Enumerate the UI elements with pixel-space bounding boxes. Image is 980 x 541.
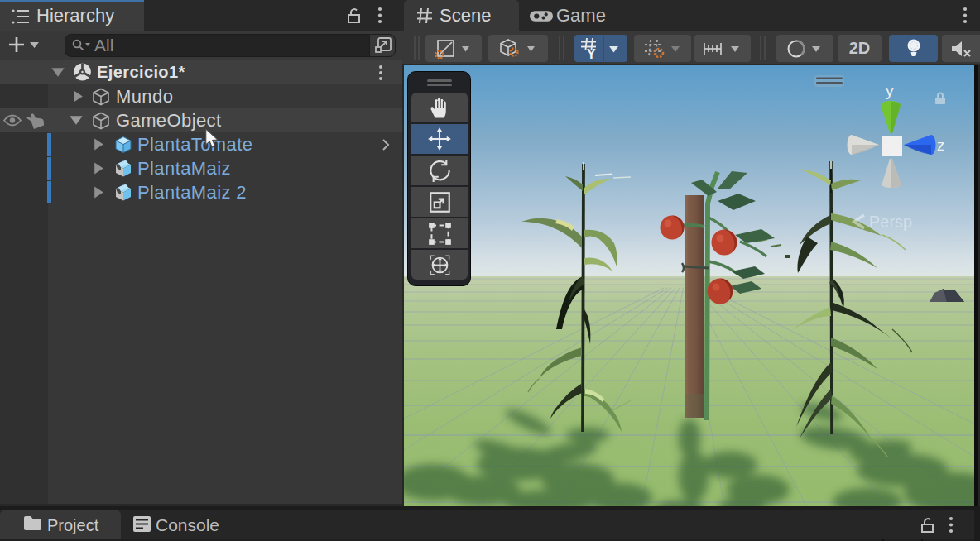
- svg-text:Persp: Persp: [869, 213, 912, 231]
- svg-text:Y: Y: [587, 47, 596, 61]
- svg-text:z: z: [937, 136, 945, 154]
- svg-text:y: y: [886, 82, 894, 99]
